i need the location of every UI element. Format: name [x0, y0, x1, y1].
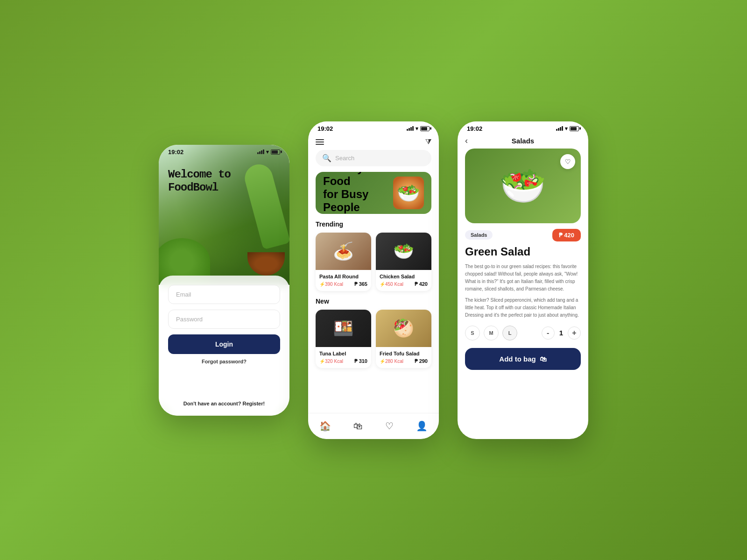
status-time-detail: 19:02 — [467, 125, 482, 132]
trending-grid: 🍝 Pasta All Round 390 Kcal ₱ 365 🥗 Chick… — [316, 233, 431, 291]
status-bar-detail: 19:02 ▾ — [458, 121, 588, 134]
home-nav-icon[interactable]: 🏠 — [319, 420, 331, 432]
size-options: S M L — [465, 326, 517, 340]
new-grid: 🍱 Tuna Label 320 Kcal ₱ 310 🥙 Fried Tofu… — [316, 310, 431, 368]
chicken-image: 🥗 — [376, 233, 431, 270]
chicken-name: Chicken Salad — [380, 274, 428, 279]
description-para-2: The kicker? Sliced pepperoncini, which a… — [465, 297, 581, 319]
fried-image: 🥙 — [376, 310, 431, 347]
detail-page-title: Salads — [512, 137, 534, 145]
wifi-icon-home: ▾ — [416, 126, 418, 132]
home-phone: 19:02 ▾ ⧩ 🔍 Healthy Food for Bu — [308, 121, 439, 439]
filter-icon[interactable]: ⧩ — [425, 138, 431, 146]
register-prompt: Don't have an account? Register! — [159, 401, 289, 406]
status-bar-login: 19:02 ▾ — [159, 145, 289, 157]
bag-nav-icon[interactable]: 🛍 — [353, 421, 363, 432]
quantity-minus-button[interactable]: - — [542, 326, 555, 340]
signal-icon — [257, 149, 264, 154]
food-card-chicken[interactable]: 🥗 Chicken Salad 450 Kcal ₱ 420 — [376, 233, 431, 291]
wifi-icon-detail: ▾ — [565, 126, 568, 132]
chicken-kcal: 450 Kcal — [380, 282, 403, 287]
tuna-image: 🍱 — [316, 310, 371, 347]
banner-text: Healthy Food for Busy People View our me… — [323, 172, 393, 214]
tuna-price: ₱ 310 — [354, 358, 367, 364]
size-s-button[interactable]: S — [465, 326, 480, 340]
wifi-icon: ▾ — [266, 149, 269, 155]
battery-icon-detail — [570, 126, 579, 131]
login-button[interactable]: Login — [168, 334, 280, 354]
banner-title: Healthy Food for Busy People — [323, 172, 393, 214]
app-name: FoodBowl — [168, 181, 218, 194]
food-name: Green Salad — [465, 245, 581, 258]
signal-icon-home — [407, 126, 414, 131]
status-time-home: 19:02 — [317, 125, 333, 132]
promo-banner: Healthy Food for Busy People View our me… — [316, 172, 431, 214]
heart-nav-icon[interactable]: ♡ — [385, 420, 394, 432]
chicken-price: ₱ 420 — [415, 281, 428, 287]
detail-options: S M L - 1 + — [465, 326, 581, 340]
fried-name: Fried Tofu Salad — [380, 351, 428, 356]
tuna-name: Tuna Label — [319, 351, 367, 356]
quantity-control: - 1 + — [542, 326, 581, 340]
size-m-button[interactable]: M — [484, 326, 499, 340]
home-topbar: ⧩ — [308, 134, 439, 150]
back-button[interactable]: ‹ — [465, 136, 468, 146]
register-link[interactable]: Register! — [243, 401, 265, 406]
food-card-fried[interactable]: 🥙 Fried Tofu Salad 280 Kcal ₱ 290 — [376, 310, 431, 368]
status-icons-home: ▾ — [407, 126, 430, 132]
search-bar[interactable]: 🔍 — [316, 150, 431, 166]
detail-badges: Salads ₱ 420 — [465, 229, 581, 241]
pasta-kcal: 390 Kcal — [319, 282, 343, 287]
category-badge: Salads — [465, 230, 493, 240]
profile-nav-icon[interactable]: 👤 — [416, 420, 428, 432]
welcome-text: Welcome to FoodBowl — [168, 168, 231, 195]
banner-image — [393, 177, 424, 209]
password-field[interactable] — [168, 310, 280, 329]
quantity-plus-button[interactable]: + — [568, 326, 581, 340]
battery-icon — [271, 149, 280, 155]
email-field[interactable] — [168, 285, 280, 304]
description-para-1: The best go-to in our green salad recipe… — [465, 263, 581, 293]
add-to-bag-label: Add to bag — [499, 355, 536, 363]
forgot-password-link[interactable]: Forgot password? — [168, 359, 280, 364]
status-icons-detail: ▾ — [556, 126, 579, 132]
login-phone: 19:02 ▾ Welcome to FoodBowl — [159, 145, 289, 416]
status-icons: ▾ — [257, 149, 280, 155]
pasta-image: 🍝 — [316, 233, 371, 270]
search-input[interactable] — [335, 155, 425, 162]
pasta-price: ₱ 365 — [354, 281, 367, 287]
detail-phone: 19:02 ▾ ‹ Salads 🥗 ♡ Salads ₱ 420 Green … — [458, 121, 588, 439]
new-section-title: New — [316, 298, 431, 305]
food-card-tuna[interactable]: 🍱 Tuna Label 320 Kcal ₱ 310 — [316, 310, 371, 368]
bag-icon: 🛍 — [540, 355, 547, 363]
menu-icon[interactable] — [316, 139, 324, 145]
fried-price: ₱ 290 — [415, 358, 428, 364]
bottom-nav: 🏠 🛍 ♡ 👤 — [308, 413, 439, 439]
status-time: 19:02 — [168, 149, 183, 156]
food-card-pasta[interactable]: 🍝 Pasta All Round 390 Kcal ₱ 365 — [316, 233, 371, 291]
price-badge: ₱ 420 — [552, 229, 581, 241]
login-form: Login Forgot password? Don't have an acc… — [159, 276, 289, 416]
battery-icon-home — [420, 126, 430, 131]
pasta-name: Pasta All Round — [319, 274, 367, 279]
search-icon: 🔍 — [322, 154, 331, 163]
fried-kcal: 280 Kcal — [380, 359, 403, 364]
trending-section-title: Trending — [316, 220, 431, 228]
detail-header: ‹ Salads — [458, 134, 588, 149]
favorite-button[interactable]: ♡ — [560, 154, 575, 169]
welcome-line1: Welcome to — [168, 168, 231, 181]
tuna-kcal: 320 Kcal — [319, 359, 343, 364]
no-account-text: Don't have an account? — [183, 401, 241, 406]
size-l-button[interactable]: L — [502, 326, 517, 340]
quantity-value: 1 — [559, 329, 563, 337]
add-to-bag-button[interactable]: Add to bag 🛍 — [465, 348, 581, 370]
food-description: The best go-to in our green salad recipe… — [465, 263, 581, 319]
food-hero-image: 🥗 ♡ — [465, 149, 581, 223]
signal-icon-detail — [556, 126, 563, 131]
status-bar-home: 19:02 ▾ — [308, 121, 439, 134]
